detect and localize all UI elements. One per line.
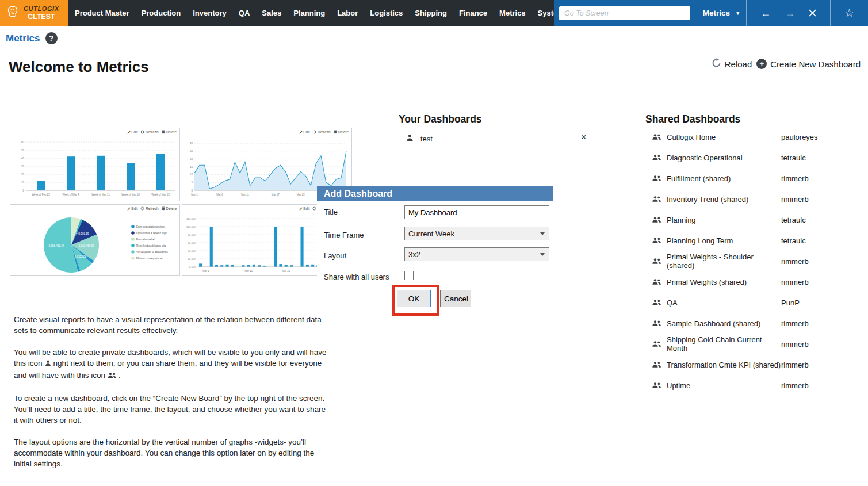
delete-dashboard-icon[interactable]: × — [581, 132, 586, 143]
thumbnail-delete-button[interactable]: Delete — [162, 130, 177, 134]
reload-button[interactable]: Reload — [712, 58, 752, 70]
thumbnail-edit-button[interactable]: Edit — [299, 206, 310, 211]
help-icon[interactable]: ? — [45, 32, 58, 44]
svg-text:40.00%: 40.00% — [188, 250, 196, 252]
goto-screen-input[interactable] — [559, 6, 690, 20]
cancel-button[interactable]: Cancel — [440, 290, 471, 307]
nav-item-finance[interactable]: Finance — [459, 9, 487, 17]
thumbnail-edit-button[interactable]: Edit — [299, 130, 310, 134]
screen-dropdown[interactable]: Metrics ▼ — [697, 0, 747, 26]
svg-text:Week of Mar 25: Week of Mar 25 — [151, 193, 170, 196]
nav-item-sales[interactable]: Sales — [262, 9, 281, 17]
intro-paragraph-2: You will be able to create private dashb… — [14, 347, 329, 382]
person-icon — [44, 359, 52, 370]
svg-text:Repellendus delectus vita: Repellendus delectus vita — [136, 244, 166, 247]
svg-text:0: 0 — [191, 189, 193, 192]
nav-item-metrics[interactable]: Metrics — [499, 9, 526, 17]
shared-dashboard-row[interactable]: Transformation Cmte KPI (shared)rimmerb — [652, 354, 866, 375]
thumbnail-edit-button[interactable]: Edit — [127, 130, 138, 134]
column-divider-right — [620, 107, 620, 483]
breadcrumb: Metrics ? — [6, 32, 58, 44]
layout-label: Layout — [324, 251, 346, 260]
ok-button[interactable]: OK — [397, 290, 431, 307]
shared-dashboard-name: Planning — [667, 216, 781, 224]
nav-item-labor[interactable]: Labor — [337, 9, 358, 17]
close-screen-icon[interactable] — [809, 8, 816, 18]
plus-circle-icon: + — [756, 59, 767, 69]
people-icon — [652, 258, 662, 265]
top-navigation-bar: CUTLOGIX CLTEST Product MasterProduction… — [0, 0, 868, 26]
breadcrumb-title: Metrics — [6, 33, 40, 44]
shared-dashboard-row[interactable]: Inventory Trend (shared)rimmerb — [652, 189, 866, 209]
reload-label: Reload — [725, 59, 752, 69]
thumbnail-refresh-button[interactable]: Refresh — [140, 130, 158, 134]
shared-dashboard-row[interactable]: Cutlogix Homepauloreyes — [652, 127, 866, 147]
people-icon — [652, 320, 662, 327]
shared-dashboard-row[interactable]: Uptimerimmerb — [652, 375, 866, 396]
people-icon — [652, 175, 662, 182]
shared-dashboard-name: Sample Dashboard (shared) — [667, 319, 781, 328]
shared-dashboard-row[interactable]: Primal Weights - Shoulder (shared)rimmer… — [652, 251, 866, 271]
thumbnail-delete-button[interactable]: Delete — [334, 130, 349, 134]
nav-item-shipping[interactable]: Shipping — [415, 9, 447, 17]
svg-text:1,062,460.09: 1,062,460.09 — [79, 244, 94, 247]
shared-dashboard-row[interactable]: Shipping Cold Chain Current Monthrimmerb — [652, 334, 866, 354]
nav-item-production[interactable]: Production — [142, 9, 181, 17]
shared-dashboard-row[interactable]: Diagnostic Operationaltetraulc — [652, 147, 866, 168]
svg-text:15: 15 — [190, 166, 193, 169]
thumbnail-delete-button[interactable]: Delete — [162, 206, 177, 211]
shared-dashboard-row[interactable]: Planning Long Termtetraulc — [652, 230, 866, 251]
chevron-down-icon: ▼ — [735, 10, 740, 16]
nav-item-qa[interactable]: QA — [239, 9, 250, 17]
share-checkbox[interactable] — [404, 271, 414, 280]
title-input[interactable] — [404, 205, 549, 219]
share-label: Share with all users — [324, 273, 389, 281]
thumbnail-edit-button[interactable]: Edit — [127, 206, 138, 211]
shared-dashboard-name: Fulfillment (shared) — [667, 174, 781, 183]
svg-text:20: 20 — [190, 158, 193, 160]
shared-dashboard-row[interactable]: Sample Dashboard (shared)rimmerb — [652, 313, 866, 334]
shared-dashboard-row[interactable]: Planningtetraulc — [652, 209, 866, 230]
svg-text:25: 25 — [190, 150, 193, 152]
shared-dashboard-row[interactable]: QAPunP — [652, 292, 866, 313]
back-arrow-icon[interactable]: ← — [760, 8, 771, 18]
svg-text:Week of Mar 18: Week of Mar 18 — [121, 193, 140, 196]
timeframe-select[interactable]: Current Week — [404, 227, 549, 240]
screen-dropdown-value: Metrics — [703, 9, 730, 17]
shared-dashboard-owner: PunP — [781, 299, 800, 307]
svg-text:Mar 1: Mar 1 — [191, 193, 198, 196]
create-new-dashboard-button[interactable]: + Create New Dashboard — [756, 59, 861, 69]
your-dashboard-name: test — [420, 135, 433, 143]
thumbnail-refresh-button[interactable]: Refresh — [312, 130, 330, 134]
shared-dashboard-owner: tetraulc — [781, 236, 806, 245]
intro-text: Create visual reports to have a visual r… — [14, 314, 329, 480]
shared-dashboard-owner: rimmerb — [781, 319, 809, 328]
chevron-down-icon — [540, 232, 545, 235]
forward-arrow-icon[interactable]: → — [785, 8, 795, 18]
shared-dashboard-row[interactable]: Fulfillment (shared)rimmerb — [652, 168, 866, 189]
nav-item-logistics[interactable]: Logistics — [370, 9, 403, 17]
shared-dashboard-owner: rimmerb — [781, 174, 809, 183]
nav-item-inventory[interactable]: Inventory — [193, 9, 227, 17]
people-icon — [652, 361, 662, 368]
layout-select[interactable]: 3x2 — [404, 247, 549, 261]
shared-dashboards-list: Cutlogix HomepauloreyesDiagnostic Operat… — [652, 127, 866, 396]
shared-dashboard-row[interactable]: Primal Weights (shared)rimmerb — [652, 271, 866, 292]
chevron-down-icon — [540, 253, 545, 256]
svg-text:Week of Mar 11: Week of Mar 11 — [91, 193, 110, 196]
nav-item-planning[interactable]: Planning — [293, 9, 325, 17]
modal-title: Add Dashboard — [317, 186, 553, 201]
brand-logo[interactable]: CUTLOGIX CLTEST — [0, 0, 68, 26]
thumbnail-refresh-button[interactable]: Refresh — [140, 206, 158, 211]
shared-dashboard-owner: tetraulc — [781, 154, 806, 162]
shared-dashboard-name: Primal Weights (shared) — [667, 278, 781, 286]
shared-dashboard-name: Uptime — [667, 381, 781, 390]
your-dashboard-row-test[interactable]: test — [406, 133, 433, 144]
svg-text:20.00%: 20.00% — [188, 258, 196, 261]
favorite-star-icon[interactable]: ☆ — [831, 0, 868, 26]
chart-thumbnail-pie: EditRefreshDelete449,903.391,062,460.099… — [10, 204, 180, 276]
shared-dashboard-name: Diagnostic Operational — [667, 154, 781, 162]
nav-item-product-master[interactable]: Product Master — [75, 9, 129, 17]
svg-text:50: 50 — [21, 149, 25, 152]
your-dashboards-heading: Your Dashboards — [399, 113, 482, 125]
